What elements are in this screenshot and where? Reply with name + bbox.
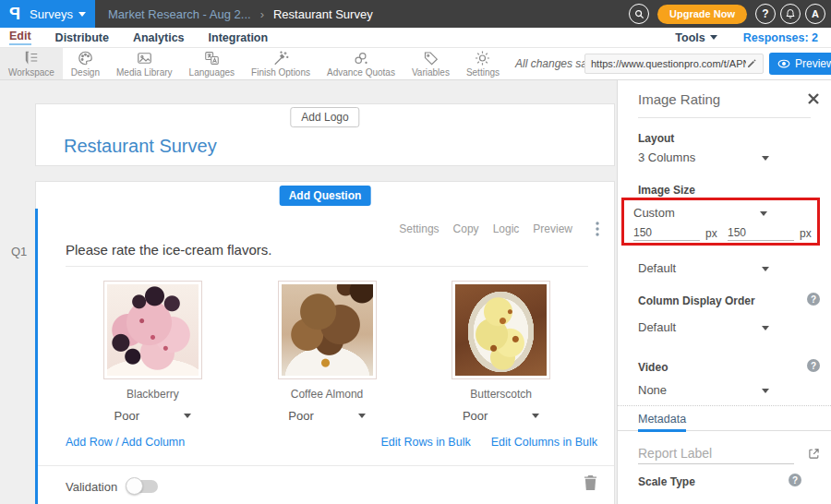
help-icon[interactable]: ? (789, 474, 801, 486)
panel-title: Image Rating (638, 91, 720, 107)
help-button[interactable]: ? (755, 4, 776, 24)
tag-icon (422, 50, 440, 66)
question-copy-link[interactable]: Copy (453, 222, 479, 235)
question-card: Settings Copy Logic Preview Please rate … (35, 209, 615, 504)
survey-title[interactable]: Restaurant Survey (64, 136, 217, 157)
edit-rows-in-bulk-link[interactable]: Edit Rows in Bulk (380, 436, 470, 449)
column-label[interactable]: Butterscotch (470, 388, 532, 401)
image-size-select[interactable]: Custom (633, 206, 810, 220)
preview-button[interactable]: Preview (769, 53, 831, 75)
toolbar-item-variables[interactable]: Variables (403, 48, 458, 79)
upgrade-now-label: Upgrade Now (669, 8, 735, 19)
links-icon (352, 50, 369, 66)
question-links-row: Add Row / Add Column Edit Rows in Bulk E… (66, 436, 597, 449)
validation-row: Validation (66, 476, 158, 497)
layout-label: Layout (638, 132, 674, 145)
breadcrumb-current: Restaurant Survey (273, 7, 373, 21)
question-text[interactable]: Please rate the ice-cream flavors. (66, 242, 271, 258)
flavor-image-coffee-almond[interactable] (278, 281, 377, 379)
tab-analytics[interactable]: Analytics (133, 31, 185, 44)
avatar[interactable]: A (805, 4, 825, 24)
kebab-menu-icon[interactable] (596, 222, 599, 236)
validation-toggle[interactable] (126, 480, 158, 493)
tab-edit[interactable]: Edit (9, 30, 31, 45)
rating-dropdown[interactable]: Poor (463, 409, 539, 423)
toolbar-item-media-library[interactable]: Media Library (108, 48, 181, 79)
rating-column: Coffee Almond Poor (240, 281, 415, 423)
column-display-order-value: Default (638, 320, 676, 334)
search-button[interactable] (629, 4, 649, 24)
column-label[interactable]: Coffee Almond (291, 388, 364, 401)
help-icon[interactable]: ? (807, 359, 820, 372)
flavor-image-butterscotch[interactable] (452, 281, 550, 379)
pencil-icon[interactable] (746, 58, 757, 69)
breadcrumb-folder[interactable]: Market Research - Aug 2... (108, 7, 251, 21)
video-label: Video (638, 361, 668, 374)
edit-columns-in-bulk-link[interactable]: Edit Columns in Bulk (491, 436, 597, 449)
question-preview-link[interactable]: Preview (533, 222, 572, 235)
question-settings-link[interactable]: Settings (399, 222, 439, 235)
add-row-column-link[interactable]: Add Row / Add Column (66, 436, 185, 449)
notifications-button[interactable] (780, 4, 801, 24)
column-label[interactable]: Blackberry (126, 388, 179, 401)
question-number: Q1 (11, 245, 27, 258)
report-label-input[interactable] (638, 442, 794, 464)
upgrade-now-button[interactable]: Upgrade Now (657, 5, 747, 24)
toolbar-item-workspace[interactable]: Workspace (0, 48, 63, 79)
tab-metadata[interactable]: Metadata (638, 413, 686, 432)
toolbar-item-design[interactable]: Design (63, 48, 108, 79)
trash-icon (584, 474, 597, 490)
help-icon[interactable]: ? (807, 293, 820, 306)
surveys-menu-label: Surveys (30, 7, 73, 21)
module-nav: Edit Distribute Analytics Integration To… (0, 28, 831, 48)
toolbar-item-advance-quotas[interactable]: Advance Quotas (319, 48, 403, 79)
width-unit: px (705, 227, 717, 240)
image-height-input[interactable] (728, 225, 794, 241)
toolbar-item-label: Languages (189, 67, 235, 78)
rating-value: Poor (288, 409, 313, 423)
toolbar-item-finish-options[interactable]: Finish Options (243, 48, 319, 79)
rating-dropdown[interactable]: Poor (288, 409, 365, 423)
delete-question-button[interactable] (584, 474, 597, 490)
close-panel-button[interactable] (808, 93, 819, 104)
surveys-menu[interactable]: P Surveys (0, 0, 95, 28)
highlight-annotation: Custom px px (621, 198, 820, 246)
video-select[interactable]: None (638, 383, 811, 400)
survey-url-input[interactable] (585, 58, 746, 69)
add-question-strip: Add Question (35, 181, 615, 209)
tab-distribute[interactable]: Distribute (55, 31, 109, 44)
toolbar-item-languages[interactable]: Languages (181, 48, 244, 79)
rating-dropdown[interactable]: Poor (114, 409, 191, 423)
magic-wand-icon (272, 50, 290, 66)
layout-select[interactable]: 3 Columns (638, 150, 811, 167)
eye-icon (777, 59, 790, 68)
toolbar-item-label: Media Library (116, 67, 173, 78)
video-value: None (638, 383, 667, 397)
column-display-order-label: Column Display Order (638, 294, 755, 307)
toolbar-item-label: Finish Options (251, 67, 310, 78)
column-display-order-select[interactable]: Default (638, 320, 811, 337)
tab-integration[interactable]: Integration (209, 31, 269, 44)
expand-report-label-button[interactable] (808, 448, 820, 460)
toolbar-item-settings[interactable]: Settings (458, 48, 508, 79)
coffee-almond-ice-cream-image (282, 284, 373, 376)
tools-menu[interactable]: Tools (675, 31, 717, 44)
chevron-down-icon (532, 414, 539, 418)
tools-label: Tools (675, 31, 705, 44)
style-select[interactable]: Default (638, 261, 811, 278)
flavor-image-blackberry[interactable] (103, 281, 202, 379)
search-icon (634, 9, 644, 19)
responses-link[interactable]: Responses: 2 (743, 31, 818, 44)
toolbar-item-label: Advance Quotas (327, 67, 395, 78)
image-width-input[interactable] (633, 225, 700, 241)
toolbar-item-label: Workspace (8, 67, 54, 78)
add-logo-button[interactable]: Add Logo (290, 107, 359, 127)
divider (638, 117, 811, 118)
chevron-down-icon (760, 211, 767, 216)
survey-canvas: Add Logo Restaurant Survey Add Question … (0, 80, 617, 504)
toggle-knob (126, 477, 143, 495)
chevron-down-icon (762, 156, 769, 161)
add-question-button[interactable]: Add Question (280, 186, 371, 206)
survey-header-card: Add Logo Restaurant Survey (35, 103, 615, 166)
question-logic-link[interactable]: Logic (493, 222, 520, 235)
